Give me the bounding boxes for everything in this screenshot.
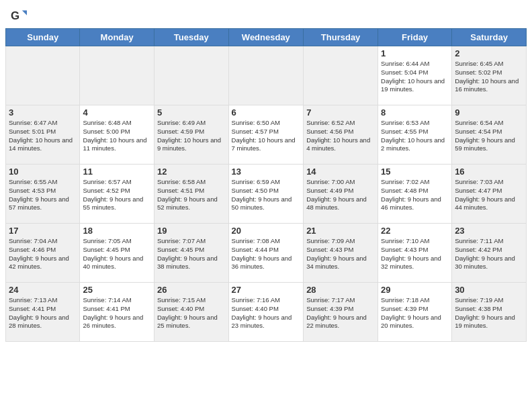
day-info: Sunrise: 6:49 AMSunset: 4:59 PMDaylight:…: [157, 119, 226, 153]
day-number: 27: [232, 285, 301, 295]
day-number: 16: [455, 167, 523, 177]
day-info: Sunrise: 7:16 AMSunset: 4:40 PMDaylight:…: [232, 296, 301, 330]
calendar-cell: 23Sunrise: 7:11 AMSunset: 4:42 PMDayligh…: [452, 224, 527, 283]
day-number: 9: [455, 107, 523, 118]
calendar-cell: 7Sunrise: 6:52 AMSunset: 4:56 PMDaylight…: [304, 105, 378, 165]
calendar-cell: 16Sunrise: 7:03 AMSunset: 4:47 PMDayligh…: [452, 165, 527, 224]
day-info: Sunrise: 6:47 AMSunset: 5:01 PMDaylight:…: [9, 119, 77, 153]
calendar-week-1: 1Sunrise: 6:44 AMSunset: 5:04 PMDaylight…: [6, 46, 527, 105]
day-info: Sunrise: 6:57 AMSunset: 4:52 PMDaylight:…: [83, 178, 151, 212]
day-number: 11: [83, 167, 151, 177]
day-info: Sunrise: 7:05 AMSunset: 4:45 PMDaylight:…: [83, 237, 151, 271]
day-number: 22: [381, 226, 449, 236]
day-number: 24: [9, 285, 77, 295]
day-info: Sunrise: 7:08 AMSunset: 4:44 PMDaylight:…: [232, 237, 301, 271]
day-info: Sunrise: 7:17 AMSunset: 4:39 PMDaylight:…: [306, 296, 375, 330]
day-info: Sunrise: 7:09 AMSunset: 4:43 PMDaylight:…: [306, 237, 375, 271]
calendar-body: 1Sunrise: 6:44 AMSunset: 5:04 PMDaylight…: [6, 46, 527, 342]
calendar-cell: 24Sunrise: 7:13 AMSunset: 4:41 PMDayligh…: [6, 283, 80, 342]
day-number: 21: [306, 226, 375, 236]
day-info: Sunrise: 7:04 AMSunset: 4:46 PMDaylight:…: [9, 237, 77, 271]
calendar-cell: 1Sunrise: 6:44 AMSunset: 5:04 PMDaylight…: [378, 46, 452, 105]
weekday-header-wednesday: Wednesday: [228, 29, 304, 46]
weekday-header-tuesday: Tuesday: [154, 29, 228, 46]
day-info: Sunrise: 7:00 AMSunset: 4:49 PMDaylight:…: [306, 178, 375, 212]
calendar-cell: [304, 46, 378, 105]
day-info: Sunrise: 6:45 AMSunset: 5:02 PMDaylight:…: [455, 60, 523, 94]
calendar-cell: 12Sunrise: 6:58 AMSunset: 4:51 PMDayligh…: [154, 165, 228, 224]
weekday-header-saturday: Saturday: [452, 29, 527, 46]
calendar-cell: 15Sunrise: 7:02 AMSunset: 4:48 PMDayligh…: [378, 165, 452, 224]
weekday-header-monday: Monday: [80, 29, 154, 46]
calendar-cell: 17Sunrise: 7:04 AMSunset: 4:46 PMDayligh…: [6, 224, 80, 283]
calendar-cell: 29Sunrise: 7:18 AMSunset: 4:39 PMDayligh…: [378, 283, 452, 342]
calendar-cell: 25Sunrise: 7:14 AMSunset: 4:41 PMDayligh…: [80, 283, 154, 342]
calendar-cell: 19Sunrise: 7:07 AMSunset: 4:45 PMDayligh…: [154, 224, 228, 283]
day-number: 29: [381, 285, 449, 295]
calendar-cell: 21Sunrise: 7:09 AMSunset: 4:43 PMDayligh…: [304, 224, 378, 283]
calendar-week-4: 17Sunrise: 7:04 AMSunset: 4:46 PMDayligh…: [6, 224, 527, 283]
calendar-cell: [80, 46, 154, 105]
day-number: 6: [232, 107, 301, 118]
day-number: 19: [157, 226, 226, 236]
weekday-header-sunday: Sunday: [6, 29, 80, 46]
day-number: 2: [455, 48, 523, 58]
day-number: 18: [83, 226, 151, 236]
day-info: Sunrise: 7:14 AMSunset: 4:41 PMDaylight:…: [83, 296, 151, 330]
day-info: Sunrise: 7:11 AMSunset: 4:42 PMDaylight:…: [455, 237, 523, 271]
calendar-cell: 10Sunrise: 6:55 AMSunset: 4:53 PMDayligh…: [6, 165, 80, 224]
day-number: 13: [232, 167, 301, 177]
calendar-cell: 11Sunrise: 6:57 AMSunset: 4:52 PMDayligh…: [80, 165, 154, 224]
page-header: G: [0, 0, 532, 28]
calendar-header: SundayMondayTuesdayWednesdayThursdayFrid…: [6, 29, 527, 46]
calendar-cell: 30Sunrise: 7:19 AMSunset: 4:38 PMDayligh…: [452, 283, 527, 342]
day-number: 7: [306, 107, 375, 118]
day-info: Sunrise: 6:58 AMSunset: 4:51 PMDaylight:…: [157, 178, 226, 212]
day-info: Sunrise: 7:07 AMSunset: 4:45 PMDaylight:…: [157, 237, 226, 271]
day-info: Sunrise: 7:02 AMSunset: 4:48 PMDaylight:…: [381, 178, 449, 212]
logo: G: [11, 8, 30, 24]
day-number: 20: [232, 226, 301, 236]
svg-text:G: G: [11, 9, 19, 22]
day-info: Sunrise: 7:10 AMSunset: 4:43 PMDaylight:…: [381, 237, 449, 271]
day-number: 1: [381, 48, 449, 58]
day-info: Sunrise: 6:59 AMSunset: 4:50 PMDaylight:…: [232, 178, 301, 212]
svg-marker-1: [22, 11, 27, 15]
day-number: 5: [157, 107, 226, 118]
calendar-cell: 18Sunrise: 7:05 AMSunset: 4:45 PMDayligh…: [80, 224, 154, 283]
calendar-table: SundayMondayTuesdayWednesdayThursdayFrid…: [5, 28, 527, 342]
weekday-header-thursday: Thursday: [304, 29, 378, 46]
calendar-cell: 4Sunrise: 6:48 AMSunset: 5:00 PMDaylight…: [80, 105, 154, 165]
calendar-cell: [154, 46, 228, 105]
day-info: Sunrise: 7:13 AMSunset: 4:41 PMDaylight:…: [9, 296, 77, 330]
calendar-cell: 26Sunrise: 7:15 AMSunset: 4:40 PMDayligh…: [154, 283, 228, 342]
day-number: 28: [306, 285, 375, 295]
calendar-cell: 14Sunrise: 7:00 AMSunset: 4:49 PMDayligh…: [304, 165, 378, 224]
day-info: Sunrise: 6:44 AMSunset: 5:04 PMDaylight:…: [381, 60, 449, 94]
calendar-cell: 22Sunrise: 7:10 AMSunset: 4:43 PMDayligh…: [378, 224, 452, 283]
calendar-cell: 5Sunrise: 6:49 AMSunset: 4:59 PMDaylight…: [154, 105, 228, 165]
day-number: 15: [381, 167, 449, 177]
day-info: Sunrise: 7:15 AMSunset: 4:40 PMDaylight:…: [157, 296, 226, 330]
day-info: Sunrise: 7:19 AMSunset: 4:38 PMDaylight:…: [455, 296, 523, 330]
day-number: 17: [9, 226, 77, 236]
day-number: 25: [83, 285, 151, 295]
calendar-cell: 6Sunrise: 6:50 AMSunset: 4:57 PMDaylight…: [228, 105, 304, 165]
calendar-week-5: 24Sunrise: 7:13 AMSunset: 4:41 PMDayligh…: [6, 283, 527, 342]
day-number: 3: [9, 107, 77, 118]
day-number: 14: [306, 167, 375, 177]
calendar-cell: 27Sunrise: 7:16 AMSunset: 4:40 PMDayligh…: [228, 283, 304, 342]
day-info: Sunrise: 6:52 AMSunset: 4:56 PMDaylight:…: [306, 119, 375, 153]
calendar-week-3: 10Sunrise: 6:55 AMSunset: 4:53 PMDayligh…: [6, 165, 527, 224]
day-number: 12: [157, 167, 226, 177]
day-number: 30: [455, 285, 523, 295]
day-info: Sunrise: 6:55 AMSunset: 4:53 PMDaylight:…: [9, 178, 77, 212]
day-info: Sunrise: 6:53 AMSunset: 4:55 PMDaylight:…: [381, 119, 449, 153]
calendar-cell: [6, 46, 80, 105]
logo-icon: G: [11, 8, 27, 24]
calendar-cell: 9Sunrise: 6:54 AMSunset: 4:54 PMDaylight…: [452, 105, 527, 165]
calendar-cell: 28Sunrise: 7:17 AMSunset: 4:39 PMDayligh…: [304, 283, 378, 342]
calendar-cell: 3Sunrise: 6:47 AMSunset: 5:01 PMDaylight…: [6, 105, 80, 165]
day-number: 4: [83, 107, 151, 118]
day-number: 23: [455, 226, 523, 236]
